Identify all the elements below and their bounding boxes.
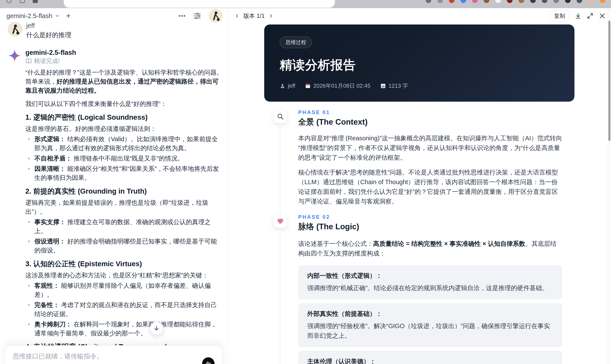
bullet-list-2: 事实支撑： 推理建立在可靠的数据、准确的观测或公认的真理之上。 假设透明： 好的… bbox=[25, 218, 223, 255]
dimension-card: 外部真实性（前提基础）： 强调推理的“经验校准”。解决“GIGO（垃圾进，垃圾出… bbox=[298, 303, 562, 347]
report-meta: jeff 2026年01月08日 02:45 121 bbox=[280, 82, 559, 90]
screen: gemini-2.5-flash + bbox=[0, 0, 611, 364]
model-name: gemini-2.5-flash bbox=[6, 12, 52, 20]
extension-icon[interactable] bbox=[484, 0, 489, 3]
user-message-text: 什么是好的推理 bbox=[26, 30, 223, 39]
card-title: 内部一致性（形式逻辑）： bbox=[307, 272, 553, 280]
chat-scroll-area[interactable]: jeff 什么是好的推理 bbox=[0, 22, 228, 364]
bullet-list-1: 形式逻辑： 结构必须有效（Valid）。比如演绎推理中，如果前提全部为真，那么通… bbox=[25, 134, 223, 182]
extension-icon[interactable] bbox=[449, 0, 454, 3]
close-icon[interactable] bbox=[599, 13, 605, 19]
extension-icon[interactable] bbox=[577, 0, 582, 3]
composer-input[interactable]: 思维接口已就绪，请传输指令。 bbox=[5, 346, 222, 361]
settings-sliders-icon[interactable] bbox=[193, 13, 201, 19]
extension-icon[interactable] bbox=[495, 0, 501, 3]
extension-icon[interactable] bbox=[437, 0, 443, 3]
browser-nav-icon[interactable] bbox=[20, 0, 25, 3]
download-icon[interactable] bbox=[575, 13, 581, 19]
hero-badge: 思维过程 bbox=[280, 37, 312, 48]
phase-paragraph: 核心情境在于解决“思考的随意性”问题。不论是人类通过批判性思维进行决策，还是大语… bbox=[298, 168, 562, 206]
gemini-logo-icon bbox=[8, 49, 22, 63]
magnifier-icon bbox=[274, 110, 287, 123]
extension-icon[interactable] bbox=[530, 0, 536, 3]
new-chat-button[interactable]: + bbox=[66, 12, 70, 20]
phase-label: PHASE 02 bbox=[298, 214, 574, 220]
report-hero-card: 思维过程 精读分析报告 jeff 2 bbox=[264, 25, 574, 102]
more-options-icon[interactable] bbox=[179, 15, 186, 17]
extension-icon[interactable] bbox=[472, 0, 478, 3]
meta-date: 2026年01月08日 02:45 bbox=[305, 82, 371, 90]
phase-section-1: PHASE 01 全景 (The Context) 本内容是对“推理 (Reas… bbox=[264, 109, 574, 206]
assistant-message: gemini-2.5-flash 精读完成! “什么是好的推理？”这是一个涉及逻… bbox=[8, 49, 223, 364]
phase-body: 该论述基于一个核心公式：高质量结论 = 结构完整性 × 事实准确性 × 认知自律… bbox=[298, 239, 562, 258]
composer: 思维接口已就绪，请传输指令。 bbox=[5, 345, 223, 364]
model-selector[interactable]: gemini-2.5-flash bbox=[6, 12, 60, 20]
section-heading-2: 2. 前提的真实性 (Grounding in Truth) bbox=[25, 187, 223, 195]
browser-nav-icon[interactable] bbox=[33, 0, 38, 3]
extension-icon[interactable] bbox=[553, 0, 559, 3]
extension-icon[interactable] bbox=[461, 0, 466, 3]
chat-panel: gemini-2.5-flash + bbox=[0, 8, 228, 364]
section-heading-3: 3. 认知的公正性 (Epistemic Virtues) bbox=[25, 260, 223, 268]
version-next-icon[interactable] bbox=[268, 13, 273, 19]
extension-icon[interactable] bbox=[518, 0, 524, 3]
assistant-intro: “什么是好的推理？”这是一个涉及逻辑学、认知科学和哲学核心的问题。简单来说，好的… bbox=[25, 68, 223, 95]
scroll-to-bottom-button[interactable] bbox=[150, 322, 163, 335]
version-prev-icon[interactable] bbox=[235, 13, 239, 19]
browser-extensions-row bbox=[426, 0, 605, 3]
list-item: 形式逻辑： 结构必须有效（Valid）。比如演绎推理中，如果前提全部为真，那么通… bbox=[25, 134, 223, 153]
formula-paragraph: 该论述基于一个核心公式：高质量结论 = 结构完整性 × 事实准确性 × 认知自律… bbox=[298, 239, 562, 258]
brain-icon bbox=[274, 214, 287, 228]
card-title: 主体伦理（认识美德）： bbox=[307, 357, 553, 364]
expand-icon[interactable] bbox=[587, 13, 593, 19]
app-window: gemini-2.5-flash + bbox=[0, 8, 611, 364]
user-message: jeff 什么是好的推理 bbox=[8, 22, 223, 39]
assistant-name: gemini-2.5-flash bbox=[25, 49, 223, 56]
section-heading-1: 1. 逻辑的严密性 (Logical Soundness) bbox=[25, 113, 223, 122]
extension-icon[interactable] bbox=[565, 0, 571, 3]
scrollbar-thumb[interactable] bbox=[608, 21, 610, 141]
person-icon bbox=[280, 83, 285, 89]
list-item: 事实支撑： 推理建立在可靠的数据、准确的观测或公认的真理之上。 bbox=[25, 218, 223, 235]
card-body: 强调推理的“机械正确”。结论必须在给定的规则系统内逻辑自洽，这是推理的硬件基础。 bbox=[307, 283, 553, 293]
chat-header: gemini-2.5-flash + bbox=[0, 8, 228, 22]
section-intro-2: 逻辑再完美，如果前提是错误的，推理也是垃圾（即“垃圾进，垃圾出”）。 bbox=[25, 198, 223, 216]
user-name: jeff bbox=[26, 22, 223, 29]
book-icon bbox=[25, 58, 32, 64]
section-intro-1: 这是推理的基石。好的推理必须遵循逻辑法则： bbox=[25, 124, 223, 133]
dimension-card: 主体伦理（认识美德）： 转向推理者的心理特征。引入奥卡姆剃刀和反向论证，旨在克服… bbox=[298, 351, 562, 364]
phase-title: 脉络 (The Logic) bbox=[298, 221, 574, 232]
browser-nav-icon[interactable] bbox=[6, 0, 12, 3]
artifact-scroll-area[interactable]: 思维过程 精读分析报告 jeff 2 bbox=[229, 22, 611, 364]
dimension-card: 内部一致性（形式逻辑）： 强调推理的“机械正确”。结论必须在给定的规则系统内逻辑… bbox=[298, 265, 562, 299]
copy-button[interactable]: 复制 bbox=[550, 11, 569, 22]
card-body: 强调推理的“经验校准”。解决“GIGO（垃圾进，垃圾出）”问题，确保推理引擎运行… bbox=[307, 321, 553, 341]
extension-icon[interactable] bbox=[600, 0, 605, 3]
section-intro-3: 这涉及推理者的心态和方法论，也是区分“杠精”和“思想家”的关键： bbox=[25, 271, 223, 280]
version-navigator: 版本 1/1 bbox=[235, 12, 273, 20]
phase-paragraph: 本内容是对“推理 (Reasoning)”这一抽象概念的高层建模。在知识爆炸与人… bbox=[298, 133, 562, 162]
bar-chart-icon bbox=[380, 83, 386, 89]
bullet-list-3: 客观性： 能够识别并尽量排除个人偏见（如幸存者偏差、确认偏差）。 完备性： 考虑… bbox=[25, 281, 223, 338]
waveform-icon bbox=[205, 360, 212, 364]
card-title: 外部真实性（前提基础）： bbox=[307, 310, 553, 318]
browser-address-bar[interactable] bbox=[64, 0, 335, 8]
list-item: 假设透明： 好的推理会明确指明哪些是已知事实，哪些是基于可能的假设。 bbox=[25, 237, 223, 255]
extension-icon[interactable] bbox=[507, 0, 513, 3]
artifact-actions: 复制 bbox=[550, 11, 605, 22]
report-title: 精读分析报告 bbox=[280, 57, 559, 74]
extension-icon[interactable] bbox=[542, 0, 547, 3]
artifact-header: 版本 1/1 复制 bbox=[229, 8, 611, 22]
phase-label: PHASE 01 bbox=[298, 109, 574, 115]
browser-chrome bbox=[0, 0, 611, 8]
chevron-down-icon bbox=[55, 13, 60, 18]
assistant-lead: 我们可以从以下四个维度来衡量什么是“好的推理”： bbox=[25, 99, 223, 108]
list-item: 因果清晰： 能准确区分“相关性”和“因果关系”，不会轻率地将先后发生的事情归为因… bbox=[25, 164, 223, 182]
extension-icon[interactable] bbox=[588, 0, 594, 3]
extension-icon[interactable] bbox=[426, 0, 431, 3]
user-avatar[interactable] bbox=[209, 9, 223, 23]
list-item: 不自相矛盾： 推理链条中不能出现“既是又非”的情况。 bbox=[25, 154, 223, 163]
list-item: 客观性： 能够识别并尽量排除个人偏见（如幸存者偏差、确认偏差）。 bbox=[25, 281, 223, 299]
version-label: 版本 1/1 bbox=[243, 12, 265, 20]
meta-author: jeff bbox=[280, 82, 295, 89]
